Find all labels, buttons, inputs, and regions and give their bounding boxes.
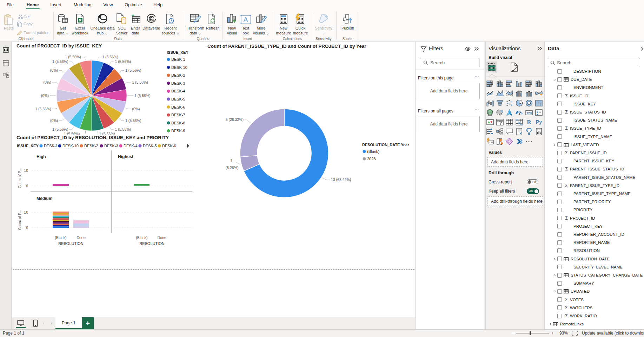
svg-text:R: R <box>527 119 531 125</box>
svg-text:A: A <box>244 16 248 23</box>
svg-text:Py: Py <box>536 119 542 125</box>
svg-text:123: 123 <box>526 111 532 115</box>
svg-text:123: 123 <box>489 141 493 144</box>
